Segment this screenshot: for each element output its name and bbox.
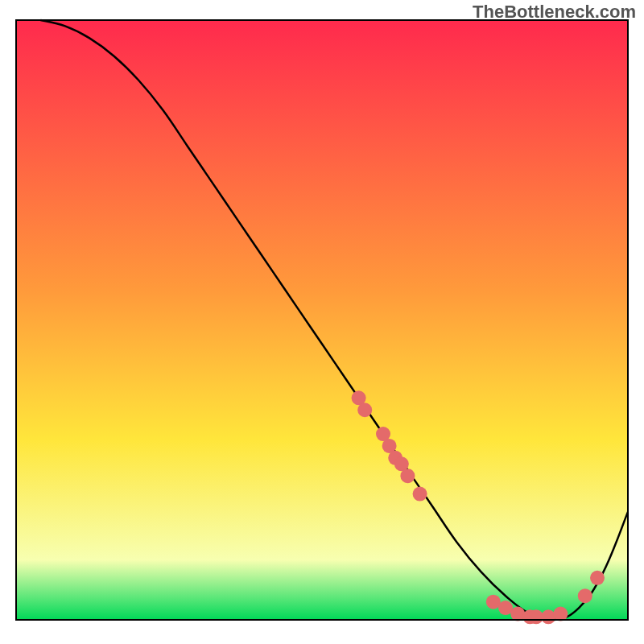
data-dot (510, 607, 525, 621)
data-dot (578, 588, 592, 603)
plot-background (16, 20, 628, 620)
watermark-text: TheBottleneck.com (473, 2, 636, 23)
data-dot (413, 487, 427, 502)
chart-container: TheBottleneck.com (0, 0, 644, 644)
data-dot (553, 607, 568, 621)
data-dot (357, 402, 372, 417)
bottleneck-chart (0, 0, 644, 644)
data-dot (590, 571, 605, 585)
data-dot (400, 469, 415, 483)
data-dot (541, 609, 555, 624)
